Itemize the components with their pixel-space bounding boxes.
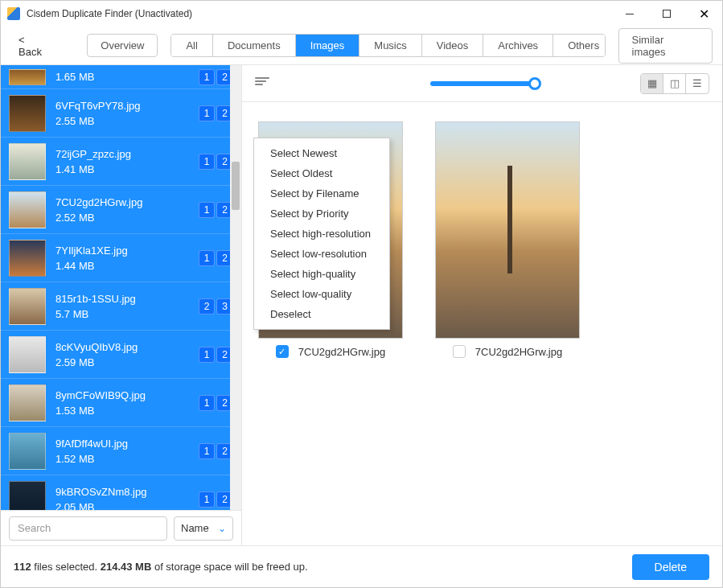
list-item[interactable]: 8cKVyuQIbV8.jpg2.59 MB12	[1, 331, 241, 379]
file-thumbnail	[9, 191, 46, 228]
content-toolbar: ▦ ◫ ☰	[242, 65, 722, 102]
duplicate-badge[interactable]: 2	[199, 298, 216, 315]
duplicate-badge[interactable]: 1	[199, 69, 216, 85]
view-grid-icon[interactable]: ▦	[641, 74, 663, 93]
filter-menu-icon[interactable]	[255, 77, 271, 90]
window-title: Cisdem Duplicate Finder (Unactivated)	[27, 8, 192, 19]
tab-all[interactable]: All	[171, 35, 212, 56]
sidebar-scrollbar[interactable]	[230, 65, 241, 510]
status-bar: 112 files selected. 214.43 MB of storage…	[1, 545, 722, 587]
search-input[interactable]: Search	[9, 516, 167, 541]
delete-button[interactable]: Delete	[632, 554, 709, 580]
file-thumbnail	[9, 240, 46, 277]
duplicate-badge[interactable]: 1	[199, 202, 216, 218]
file-list[interactable]: 1.65 MB126VFqT6vPY78.jpg2.55 MB1272ijGP_…	[1, 65, 241, 510]
file-size: 5.7 MB	[55, 308, 199, 320]
menu-item[interactable]: Select Oldest	[254, 163, 389, 183]
file-size: 2.05 MB	[55, 501, 199, 511]
file-size: 1.44 MB	[55, 260, 199, 272]
menu-item[interactable]: Select Newest	[254, 143, 389, 163]
select-context-menu: Select NewestSelect OldestSelect by File…	[253, 138, 390, 330]
list-item[interactable]: 9fAfDff4wUI.jpg1.52 MB12	[1, 427, 241, 475]
duplicate-badge[interactable]: 1	[199, 154, 216, 170]
duplicate-badge[interactable]: 1	[199, 443, 216, 459]
sidebar-footer: Search Name⌄	[1, 510, 241, 545]
preview-file-name: 7CU2gd2HGrw.jpg	[298, 346, 385, 358]
list-item[interactable]: 815r1b-1SSU.jpg5.7 MB23	[1, 282, 241, 331]
file-thumbnail	[9, 95, 46, 132]
maximize-button[interactable]	[648, 1, 685, 27]
menu-item[interactable]: Select by Priority	[254, 204, 389, 224]
slider-knob[interactable]	[528, 77, 541, 90]
duplicate-badge[interactable]: 1	[199, 105, 216, 121]
file-size: 1.41 MB	[55, 163, 199, 175]
file-thumbnail	[9, 336, 46, 373]
menu-item[interactable]: Select low-quality	[254, 284, 389, 304]
tab-documents[interactable]: Documents	[213, 35, 296, 56]
tab-musics[interactable]: Musics	[359, 35, 421, 56]
select-checkbox[interactable]: ✓	[276, 345, 289, 358]
file-size: 1.53 MB	[55, 405, 199, 417]
tab-archives[interactable]: Archives	[483, 35, 553, 56]
view-columns-icon[interactable]: ◫	[663, 74, 686, 93]
similar-images-button[interactable]: Similar images	[618, 28, 713, 64]
preview-area: Select NewestSelect OldestSelect by File…	[242, 102, 722, 545]
thumbnail-size-slider[interactable]	[430, 81, 535, 86]
view-mode-group: ▦ ◫ ☰	[640, 73, 709, 94]
menu-item[interactable]: Deselect	[254, 304, 389, 324]
sort-select[interactable]: Name⌄	[174, 516, 233, 541]
file-name: 815r1b-1SSU.jpg	[55, 293, 199, 305]
file-name: 7CU2gd2HGrw.jpg	[55, 196, 199, 208]
menu-item[interactable]: Select low-resolution	[254, 244, 389, 264]
status-text: 112 files selected. 214.43 MB of storage…	[14, 561, 308, 573]
duplicate-badge[interactable]: 1	[199, 491, 216, 508]
file-thumbnail	[9, 143, 46, 180]
tab-images[interactable]: Images	[296, 35, 360, 56]
app-logo-icon	[7, 7, 20, 20]
file-name: 8ymCFoWIB9Q.jpg	[55, 389, 199, 401]
preview-image[interactable]	[435, 121, 580, 339]
select-checkbox[interactable]	[453, 345, 466, 358]
file-thumbnail	[9, 69, 46, 85]
file-size: 1.65 MB	[55, 71, 199, 83]
file-name: 9fAfDff4wUI.jpg	[55, 438, 199, 450]
sidebar: 1.65 MB126VFqT6vPY78.jpg2.55 MB1272ijGP_…	[1, 65, 242, 545]
file-size: 2.52 MB	[55, 212, 199, 224]
content-pane: ▦ ◫ ☰ Select NewestSelect OldestSelect b…	[242, 65, 722, 545]
file-name: 72ijGP_zpzc.jpg	[55, 148, 199, 160]
list-item[interactable]: 8ymCFoWIB9Q.jpg1.53 MB12	[1, 379, 241, 427]
file-size: 2.55 MB	[55, 115, 199, 127]
scrollbar-thumb[interactable]	[232, 162, 240, 210]
list-item[interactable]: 72ijGP_zpzc.jpg1.41 MB12	[1, 138, 241, 186]
preview-card: 7CU2gd2HGrw.jpg	[435, 121, 580, 358]
file-name: 8cKVyuQIbV8.jpg	[55, 341, 199, 353]
file-size: 2.59 MB	[55, 356, 199, 368]
list-item[interactable]: 9kBROSvZNm8.jpg2.05 MB12	[1, 475, 241, 510]
toolbar: < Back Overview AllDocumentsImagesMusics…	[1, 27, 722, 65]
tab-videos[interactable]: Videos	[422, 35, 484, 56]
file-name: 7YIljKla1XE.jpg	[55, 245, 199, 257]
list-item[interactable]: 1.65 MB12	[1, 65, 241, 89]
back-button[interactable]: < Back	[10, 29, 58, 63]
menu-item[interactable]: Select by Filename	[254, 183, 389, 204]
duplicate-badge[interactable]: 1	[199, 250, 216, 266]
file-name: 9kBROSvZNm8.jpg	[55, 486, 199, 498]
list-item[interactable]: 7CU2gd2HGrw.jpg2.52 MB12	[1, 186, 241, 234]
window-controls: ✕	[611, 1, 722, 27]
main-area: 1.65 MB126VFqT6vPY78.jpg2.55 MB1272ijGP_…	[1, 65, 722, 545]
title-bar: Cisdem Duplicate Finder (Unactivated) ✕	[1, 1, 722, 27]
tab-others[interactable]: Others	[553, 35, 605, 56]
file-name: 6VFqT6vPY78.jpg	[55, 100, 199, 112]
duplicate-badge[interactable]: 1	[199, 347, 216, 363]
file-thumbnail	[9, 288, 46, 325]
view-list-icon[interactable]: ☰	[686, 74, 709, 93]
overview-button[interactable]: Overview	[87, 34, 158, 57]
preview-file-name: 7CU2gd2HGrw.jpg	[475, 346, 562, 358]
duplicate-badge[interactable]: 1	[199, 395, 216, 411]
close-button[interactable]: ✕	[685, 1, 722, 27]
list-item[interactable]: 6VFqT6vPY78.jpg2.55 MB12	[1, 89, 241, 138]
minimize-button[interactable]	[611, 1, 648, 27]
list-item[interactable]: 7YIljKla1XE.jpg1.44 MB12	[1, 234, 241, 282]
menu-item[interactable]: Select high-quality	[254, 264, 389, 284]
menu-item[interactable]: Select high-resolution	[254, 224, 389, 244]
